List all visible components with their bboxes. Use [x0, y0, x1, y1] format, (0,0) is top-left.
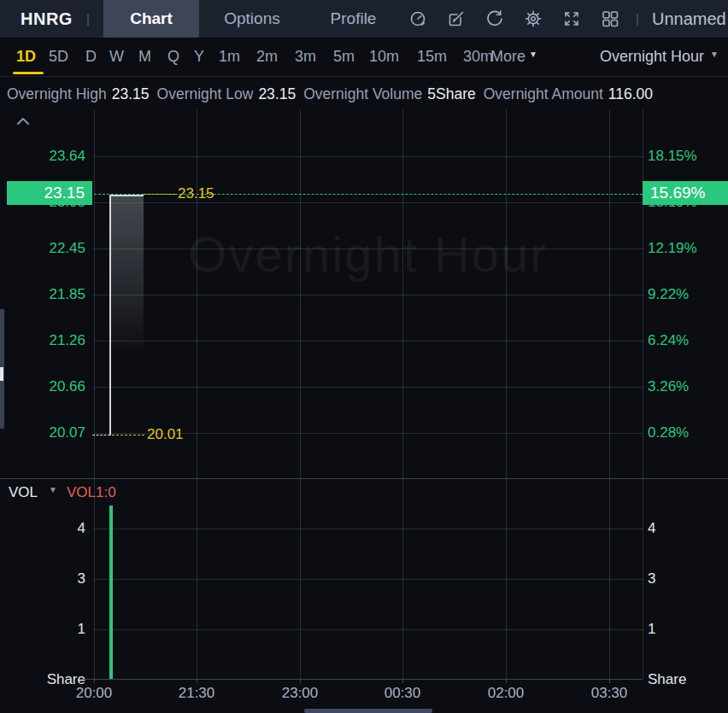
- price-axis-label: 20.66: [3, 378, 85, 395]
- current-percent-badge: 15.69%: [643, 181, 728, 205]
- timeframe-y[interactable]: Y: [194, 47, 204, 66]
- top-bar: HNRG | Chart Options Profile: [0, 0, 728, 38]
- high-annotation-line: [144, 194, 175, 195]
- gridline: [94, 295, 643, 295]
- info-label: Overnight Low: [157, 85, 254, 102]
- info-value: 5Share: [427, 85, 475, 102]
- volume-legend[interactable]: VOL1:0: [67, 482, 116, 503]
- x-axis-label: 03:30: [582, 684, 637, 703]
- low-annotation-line: [112, 435, 144, 435]
- volume-axis-label: 4: [648, 520, 726, 537]
- percent-axis-label: 9.22%: [648, 286, 726, 303]
- gridline: [94, 629, 643, 630]
- x-axis-tick: [197, 679, 197, 683]
- draw-icon[interactable]: [446, 9, 467, 29]
- timeframe-m[interactable]: M: [138, 47, 151, 66]
- timeframe-d[interactable]: D: [85, 47, 97, 66]
- tab-options-label: Options: [224, 9, 279, 27]
- volume-indicator-label[interactable]: VOL: [9, 482, 38, 503]
- x-axis-label: 21:30: [169, 684, 224, 703]
- timeframe-5d[interactable]: 5D: [49, 47, 68, 66]
- gridline: [94, 579, 643, 580]
- x-axis-label: 23:00: [273, 684, 327, 703]
- divider: |: [86, 0, 90, 38]
- timeframe-30m[interactable]: 30m: [463, 47, 493, 66]
- x-axis-tick: [506, 679, 507, 683]
- tab-profile-label: Profile: [331, 9, 377, 27]
- timeframe-5m[interactable]: 5m: [333, 47, 355, 66]
- x-axis-tick: [94, 679, 95, 683]
- divider: [0, 76, 728, 77]
- timeframe-1m[interactable]: 1m: [219, 47, 240, 66]
- price-axis-label: 22.45: [3, 240, 85, 257]
- overnight-info-bar: Overnight High23.15Overnight Low23.15Ove…: [7, 79, 660, 109]
- high-annotation-label: 23.15: [178, 185, 214, 202]
- tab-chart-label: Chart: [130, 9, 173, 27]
- price-axis-label: 21.26: [3, 332, 85, 349]
- panel-divider[interactable]: [0, 478, 728, 479]
- percent-axis-label: 18.15%: [648, 148, 726, 165]
- collapse-panel-icon[interactable]: [15, 114, 31, 126]
- timeframe-2m[interactable]: 2m: [256, 47, 278, 66]
- gridline: [94, 202, 643, 203]
- volume-axis-label: 3: [648, 570, 726, 587]
- fullscreen-icon[interactable]: [561, 9, 582, 29]
- current-price-badge: 23.15: [7, 181, 92, 205]
- tab-profile[interactable]: Profile: [313, 0, 394, 38]
- timeframe-15m[interactable]: 15m: [417, 47, 447, 66]
- x-axis-label: 20:00: [67, 684, 121, 703]
- gridline: [609, 109, 610, 478]
- volume-axis-label: 1: [648, 621, 726, 638]
- refresh-icon[interactable]: [484, 9, 505, 29]
- info-label: Overnight Volume: [303, 85, 422, 102]
- chevron-down-icon[interactable]: ▼: [529, 50, 537, 59]
- x-axis-tick: [402, 679, 403, 683]
- session-watermark: Overnight Hour: [94, 219, 643, 290]
- gridline: [94, 156, 643, 157]
- session-selector[interactable]: Overnight Hour: [600, 47, 704, 66]
- x-axis-label: 02:00: [478, 684, 533, 703]
- price-axis-label: 21.85: [3, 286, 85, 303]
- gridline: [94, 529, 643, 529]
- tab-chart[interactable]: Chart: [103, 0, 199, 38]
- timeframe-w[interactable]: W: [109, 47, 124, 66]
- workspace-name[interactable]: Unnamed: [652, 0, 726, 38]
- volume-axis-label: 3: [3, 570, 85, 587]
- gridline: [94, 109, 95, 478]
- timeframe-q[interactable]: Q: [167, 47, 179, 66]
- gridline: [94, 341, 643, 342]
- timeframe-1d[interactable]: 1D: [16, 47, 36, 66]
- timeframe-10m[interactable]: 10m: [369, 47, 399, 66]
- price-axis-label: 23.64: [3, 148, 85, 165]
- plot-right-border: [643, 109, 643, 478]
- current-price-line: [94, 194, 643, 195]
- tab-options[interactable]: Options: [205, 0, 299, 38]
- x-axis-line: [81, 679, 643, 680]
- gauge-icon[interactable]: [408, 9, 428, 29]
- volume-axis-label: 4: [3, 520, 85, 537]
- timeframe-more-button[interactable]: More: [490, 47, 525, 66]
- timeframe-3m[interactable]: 3m: [295, 47, 316, 66]
- horizontal-scrollbar[interactable]: [304, 709, 432, 713]
- x-axis-tick: [609, 679, 610, 683]
- gridline: [197, 109, 197, 478]
- volume-bar[interactable]: [109, 506, 113, 679]
- trading-app-window: HNRG | Chart Options Profile: [0, 0, 728, 713]
- info-value: 23.15: [112, 85, 150, 102]
- chevron-down-icon[interactable]: ▼: [710, 50, 719, 59]
- percent-axis-label: 12.19%: [648, 240, 726, 257]
- gridline: [506, 109, 507, 478]
- candlestick[interactable]: [109, 195, 144, 435]
- x-axis-label: 00:30: [375, 684, 430, 703]
- layout-grid-icon[interactable]: [600, 9, 620, 29]
- chevron-down-icon[interactable]: ▼: [49, 485, 57, 494]
- settings-icon[interactable]: [523, 9, 543, 29]
- info-value: 116.00: [608, 85, 653, 102]
- side-panel-handle-grip[interactable]: [0, 367, 3, 381]
- percent-axis-label: 0.28%: [648, 424, 726, 441]
- info-value: 23.15: [258, 85, 296, 102]
- x-axis-tick: [300, 679, 301, 683]
- gridline: [300, 109, 301, 478]
- volume-unit-label: Share: [648, 671, 726, 688]
- gridline: [402, 109, 403, 478]
